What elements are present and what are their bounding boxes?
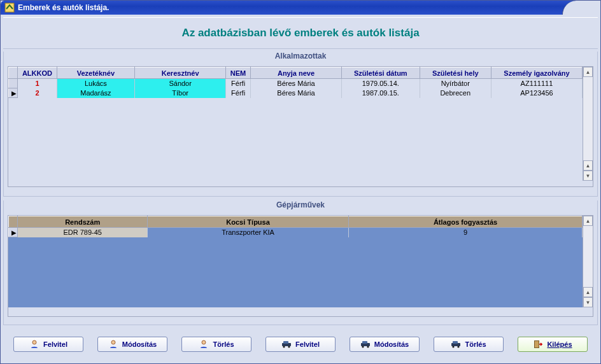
- cell-vezeteknev[interactable]: Lukács: [57, 79, 135, 88]
- app-window: Emberek és autók listája. Az adatbázisba…: [0, 0, 601, 364]
- button-label: Módosítás: [374, 340, 409, 348]
- person-icon: [199, 339, 209, 349]
- cell-keresztnev[interactable]: Tíbor: [135, 88, 226, 98]
- cell-szemelyig[interactable]: AP123456: [491, 88, 582, 98]
- svg-point-15: [458, 346, 460, 347]
- button-label: Felvitel: [43, 340, 67, 348]
- vehicles-header-row: Rendszám Kocsi Típusa Átlagos fogyasztás: [9, 216, 583, 228]
- cell-alkkod[interactable]: 2: [18, 88, 57, 98]
- grid-empty-area: [8, 237, 583, 307]
- col-szuletesidatum[interactable]: Születési dátum: [342, 67, 420, 79]
- car-icon: [451, 339, 461, 349]
- col-rendszam[interactable]: Rendszám: [18, 216, 148, 228]
- cell-keresztnev[interactable]: Sándor: [135, 79, 226, 88]
- table-row[interactable]: 1 Lukács Sándor Férfi Béres Mária 1979.0…: [9, 79, 583, 88]
- cell-rendszam[interactable]: EDR 789-45: [18, 228, 148, 237]
- cell-szuletesidatum[interactable]: 1979.05.14.: [342, 79, 420, 88]
- table-row[interactable]: ▶ EDR 789-45 Transzporter KIA 9: [9, 228, 583, 237]
- svg-point-10: [362, 346, 364, 347]
- svg-point-14: [453, 346, 455, 347]
- svg-point-3: [202, 340, 206, 344]
- exit-icon: [533, 339, 543, 349]
- svg-point-11: [367, 346, 369, 347]
- person-icon: [108, 339, 118, 349]
- col-vezeteknev[interactable]: Vezetéknév: [57, 67, 135, 79]
- emp-add-button[interactable]: Felvitel: [13, 337, 83, 352]
- button-label: Törlés: [465, 340, 486, 348]
- cell-nem[interactable]: Férfi: [226, 79, 251, 88]
- grid-empty-area: [8, 98, 583, 181]
- cell-vezeteknev[interactable]: Madarász: [57, 88, 135, 98]
- scroll-up2-icon[interactable]: ▲: [583, 160, 593, 171]
- col-anyjaneve[interactable]: Anyja neve: [250, 67, 341, 79]
- veh-delete-button[interactable]: Törlés: [434, 337, 504, 352]
- cell-kocsitipusa[interactable]: Transzporter KIA: [148, 228, 349, 237]
- svg-rect-17: [535, 341, 539, 347]
- svg-rect-5: [283, 341, 288, 344]
- svg-rect-13: [453, 341, 458, 344]
- svg-rect-9: [362, 341, 367, 344]
- scroll-up2-icon[interactable]: ▲: [583, 287, 593, 297]
- row-indicator: [9, 79, 18, 88]
- button-label: Felvitel: [295, 340, 320, 348]
- cell-szemelyig[interactable]: AZ111111: [491, 79, 582, 88]
- person-icon: [29, 339, 39, 349]
- veh-add-button[interactable]: Felvitel: [265, 337, 336, 352]
- client-area: Az adatbázisban lévő emberek és autók li…: [1, 15, 600, 361]
- employees-scrollbar[interactable]: ▲ ▲ ▼: [583, 67, 593, 181]
- app-icon: [4, 3, 15, 13]
- cell-nem[interactable]: Férfi: [226, 88, 251, 98]
- titlebar-curve: [562, 1, 600, 15]
- button-toolbar: Felvitel Módosítás Törlés Felvitel: [3, 329, 598, 358]
- page-title: Az adatbázisban lévő emberek és autók li…: [3, 17, 598, 49]
- col-alkkod[interactable]: ALKKOD: [18, 67, 57, 79]
- svg-point-2: [111, 340, 115, 344]
- scroll-down-icon[interactable]: ▼: [583, 297, 593, 307]
- button-label: Módosítás: [122, 340, 157, 348]
- button-label: Törlés: [213, 340, 234, 348]
- window-title: Emberek és autók listája.: [18, 3, 109, 12]
- scroll-up-icon[interactable]: ▲: [583, 216, 593, 226]
- vehicles-group-label: Gépjárművek: [4, 200, 597, 212]
- row-indicator-current: ▶: [9, 88, 18, 98]
- emp-delete-button[interactable]: Törlés: [181, 337, 251, 352]
- svg-point-7: [288, 346, 290, 347]
- svg-point-1: [32, 340, 36, 344]
- button-label: Kilépés: [547, 340, 572, 348]
- col-szemelyig[interactable]: Személy igazolvány: [491, 67, 582, 79]
- vehicles-group: Gépjárművek Rendszám Kocsi Típusa: [3, 200, 598, 325]
- vehicles-scrollbar[interactable]: ▲ ▲ ▼: [583, 216, 593, 307]
- cell-szuletesihely[interactable]: Debrecen: [420, 88, 491, 98]
- scroll-track[interactable]: [583, 77, 593, 160]
- cell-alkkod[interactable]: 1: [18, 79, 57, 88]
- employees-group: Alkalmazottak ALKKOD Vezetéknév: [3, 52, 598, 197]
- exit-button[interactable]: Kilépés: [518, 337, 588, 352]
- svg-point-6: [283, 346, 285, 347]
- scroll-down-icon[interactable]: ▼: [583, 171, 593, 181]
- cell-szuletesihely[interactable]: Nyírbátor: [420, 79, 491, 88]
- employees-group-label: Alkalmazottak: [4, 52, 597, 63]
- row-selector-header: [9, 216, 18, 228]
- col-szuletesihely[interactable]: Születési hely: [420, 67, 491, 79]
- cell-anyjaneve[interactable]: Béres Mária: [250, 79, 341, 88]
- car-icon: [281, 339, 292, 349]
- car-icon: [360, 339, 371, 349]
- col-kocsitipusa[interactable]: Kocsi Típusa: [148, 216, 349, 228]
- col-keresztnev[interactable]: Keresztnév: [135, 67, 226, 79]
- row-selector-header: [9, 67, 18, 79]
- emp-edit-button[interactable]: Módosítás: [97, 337, 167, 352]
- cell-atlagosfogy[interactable]: 9: [349, 228, 583, 237]
- scroll-track[interactable]: [583, 226, 593, 287]
- col-nem[interactable]: NEM: [226, 67, 251, 79]
- employees-header-row: ALKKOD Vezetéknév Keresztnév NEM Anyja n…: [9, 67, 583, 79]
- cell-szuletesidatum[interactable]: 1987.09.15.: [342, 88, 420, 98]
- veh-edit-button[interactable]: Módosítás: [350, 337, 420, 352]
- col-atlagosfogy[interactable]: Átlagos fogyasztás: [349, 216, 583, 228]
- employees-grid[interactable]: ALKKOD Vezetéknév Keresztnév NEM Anyja n…: [8, 66, 593, 187]
- row-indicator-current: ▶: [9, 228, 18, 237]
- titlebar[interactable]: Emberek és autók listája.: [1, 1, 600, 15]
- vehicles-grid[interactable]: Rendszám Kocsi Típusa Átlagos fogyasztás…: [8, 215, 593, 317]
- table-row[interactable]: ▶ 2 Madarász Tíbor Férfi Béres Mária 198…: [9, 88, 583, 98]
- scroll-up-icon[interactable]: ▲: [583, 67, 593, 77]
- cell-anyjaneve[interactable]: Béres Mária: [250, 88, 341, 98]
